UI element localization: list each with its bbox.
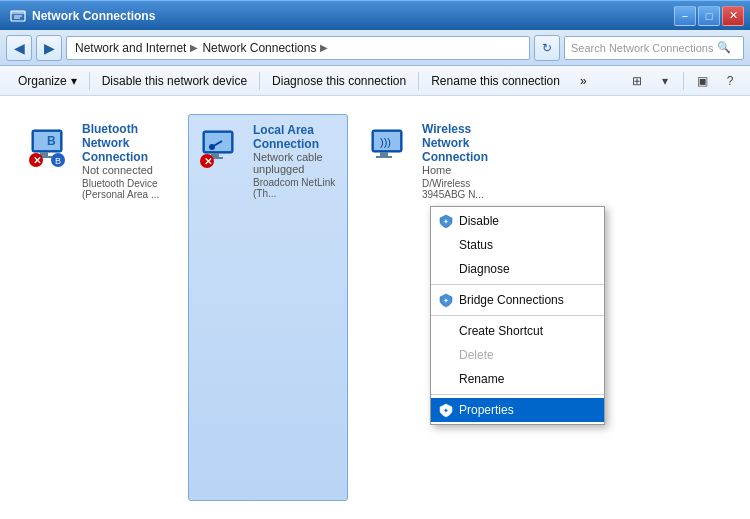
window-icon	[10, 8, 26, 24]
network-item-local-row: ✕ Local Area Connection Network cable un…	[197, 123, 339, 199]
toolbar-separator-2	[259, 72, 260, 90]
local-status: Network cable unplugged	[253, 151, 339, 175]
svg-text:✕: ✕	[204, 156, 212, 167]
network-item-local[interactable]: ✕ Local Area Connection Network cable un…	[188, 114, 348, 501]
network-item-bluetooth-row: B ✕ B Bluetooth Network Connection Not c…	[26, 122, 170, 200]
refresh-button[interactable]: ↻	[534, 35, 560, 61]
bluetooth-detail: Bluetooth Device (Personal Area ...	[82, 178, 170, 200]
local-name: Local Area Connection	[253, 123, 339, 151]
network-item-bluetooth[interactable]: B ✕ B Bluetooth Network Connection Not c…	[18, 114, 178, 501]
wireless-icon-wrap: )))	[366, 122, 414, 173]
toolbar-right: ⊞ ▾ ▣ ?	[625, 70, 742, 92]
delete-icon	[437, 346, 455, 364]
search-box[interactable]: Search Network Connections 🔍	[564, 36, 744, 60]
title-bar: Network Connections − □ ✕	[0, 0, 750, 30]
search-icon: 🔍	[717, 41, 731, 54]
local-info: Local Area Connection Network cable unpl…	[253, 123, 339, 199]
more-button[interactable]: »	[570, 69, 597, 93]
svg-text:✦: ✦	[443, 407, 449, 414]
ctx-disable-label: Disable	[459, 214, 499, 228]
svg-text:B: B	[55, 156, 61, 166]
svg-rect-14	[205, 133, 231, 151]
address-bar: ◀ ▶ Network and Internet ▶ Network Conne…	[0, 30, 750, 66]
rename-button[interactable]: Rename this connection	[421, 69, 570, 93]
view-grid-button[interactable]: ⊞	[625, 70, 649, 92]
svg-text:))): )))	[380, 136, 391, 148]
help-button[interactable]: ?	[718, 70, 742, 92]
forward-button[interactable]: ▶	[36, 35, 62, 61]
ctx-create-shortcut-label: Create Shortcut	[459, 324, 543, 338]
network-item-wireless-row: ))) Wireless Network Connection Home D/W…	[366, 122, 510, 200]
toolbar-separator-3	[418, 72, 419, 90]
ctx-create-shortcut[interactable]: Create Shortcut	[431, 319, 604, 343]
rename-icon	[437, 370, 455, 388]
breadcrumb-part2: Network Connections	[202, 41, 316, 55]
svg-text:✦: ✦	[443, 297, 449, 304]
ctx-rename-label: Rename	[459, 372, 504, 386]
ctx-sep-1	[431, 284, 604, 285]
title-bar-controls: − □ ✕	[674, 6, 744, 26]
svg-rect-23	[380, 152, 388, 156]
ctx-properties[interactable]: ✦ Properties	[431, 398, 604, 422]
bluetooth-network-icon: B ✕ B	[26, 122, 74, 170]
local-icon-wrap: ✕	[197, 123, 245, 174]
svg-rect-24	[376, 156, 392, 158]
ctx-bridge[interactable]: ✦ Bridge Connections	[431, 288, 604, 312]
preview-pane-button[interactable]: ▣	[690, 70, 714, 92]
svg-text:B: B	[47, 134, 56, 148]
search-placeholder: Search Network Connections	[571, 42, 713, 54]
bluetooth-status: Not connected	[82, 164, 170, 176]
wireless-name: Wireless Network Connection	[422, 122, 510, 164]
wireless-info: Wireless Network Connection Home D/Wirel…	[422, 122, 510, 200]
ctx-status[interactable]: Status	[431, 233, 604, 257]
ctx-disable[interactable]: ✦ Disable	[431, 209, 604, 233]
bridge-shield-icon: ✦	[437, 291, 455, 309]
organize-label: Organize	[18, 74, 67, 88]
status-icon	[437, 236, 455, 254]
organize-arrow: ▾	[71, 74, 77, 88]
breadcrumb-arrow2: ▶	[320, 42, 328, 53]
diagnose-label: Diagnose this connection	[272, 74, 406, 88]
disable-device-button[interactable]: Disable this network device	[92, 69, 257, 93]
wireless-detail: D/Wireless 3945ABG N...	[422, 178, 510, 200]
ctx-status-label: Status	[459, 238, 493, 252]
ctx-diagnose-label: Diagnose	[459, 262, 510, 276]
toolbar-separator-4	[683, 72, 684, 90]
diagnose-button[interactable]: Diagnose this connection	[262, 69, 416, 93]
ctx-diagnose[interactable]: Diagnose	[431, 257, 604, 281]
ctx-sep-2	[431, 315, 604, 316]
minimize-button[interactable]: −	[674, 6, 696, 26]
ctx-properties-label: Properties	[459, 403, 514, 417]
close-button[interactable]: ✕	[722, 6, 744, 26]
title-bar-left: Network Connections	[10, 8, 155, 24]
disable-device-label: Disable this network device	[102, 74, 247, 88]
properties-shield-icon: ✦	[437, 401, 455, 419]
svg-text:✦: ✦	[443, 218, 449, 225]
wireless-status: Home	[422, 164, 510, 176]
wireless-network-icon: )))	[366, 122, 414, 170]
breadcrumb-arrow1: ▶	[190, 42, 198, 53]
shortcut-icon	[437, 322, 455, 340]
more-label: »	[580, 74, 587, 88]
rename-label: Rename this connection	[431, 74, 560, 88]
window-title: Network Connections	[32, 9, 155, 23]
maximize-button[interactable]: □	[698, 6, 720, 26]
bluetooth-icon-wrap: B ✕ B	[26, 122, 74, 173]
svg-point-18	[209, 144, 215, 150]
local-detail: Broadcom NetLink (Th...	[253, 177, 339, 199]
ctx-bridge-label: Bridge Connections	[459, 293, 564, 307]
toolbar-separator-1	[89, 72, 90, 90]
ctx-rename[interactable]: Rename	[431, 367, 604, 391]
bluetooth-name: Bluetooth Network Connection	[82, 122, 170, 164]
breadcrumb-part1: Network and Internet	[75, 41, 186, 55]
bluetooth-info: Bluetooth Network Connection Not connect…	[82, 122, 170, 200]
network-items-container: B ✕ B Bluetooth Network Connection Not c…	[10, 106, 740, 509]
main-content: B ✕ B Bluetooth Network Connection Not c…	[0, 96, 750, 519]
address-path[interactable]: Network and Internet ▶ Network Connectio…	[66, 36, 530, 60]
svg-text:✕: ✕	[33, 155, 41, 166]
organize-button[interactable]: Organize ▾	[8, 69, 87, 93]
context-menu: ✦ Disable Status Diagnose ✦ Bridge Conne…	[430, 206, 605, 425]
ctx-sep-3	[431, 394, 604, 395]
back-button[interactable]: ◀	[6, 35, 32, 61]
view-dropdown-button[interactable]: ▾	[653, 70, 677, 92]
